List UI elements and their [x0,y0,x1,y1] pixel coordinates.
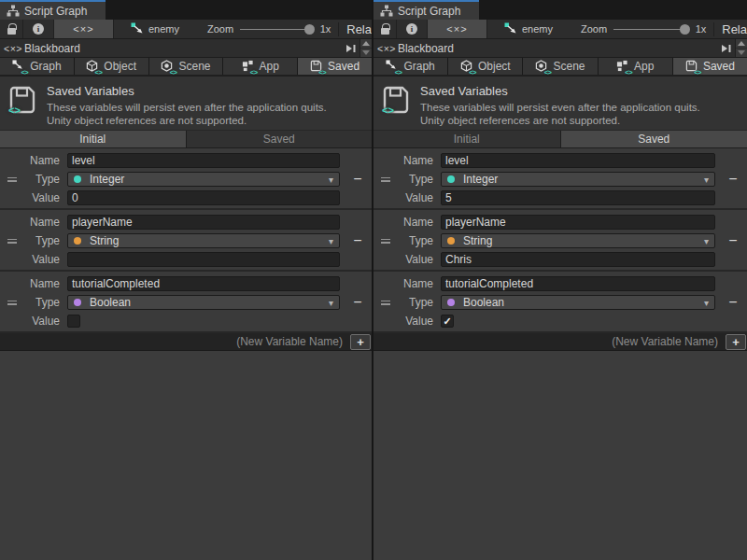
variable-name-input[interactable]: tutorialCompleted [441,276,715,291]
dock-panel-icon[interactable] [722,44,732,53]
variable-value-checkbox[interactable] [67,315,80,328]
graph-reference-button[interactable]: <×> [54,20,114,38]
variable-value-input[interactable]: Chris [441,252,715,267]
window-tab-title: Script Graph [24,5,87,18]
script-badge-icon: <> [21,69,28,77]
new-variable-name-input[interactable]: (New Variable Name) [0,333,350,350]
tab-saved[interactable]: <> Saved [673,58,747,75]
tab-graph[interactable]: <> Graph [374,58,447,75]
drag-handle[interactable] [381,301,390,305]
variable-block-tutorialcompleted: Name tutorialCompleted Type Boolean ▾ − [374,272,747,333]
scroll-down-button[interactable] [360,48,372,57]
name-label: Name [24,277,62,290]
script-badge-icon: <> [318,69,326,77]
info-button[interactable] [397,20,428,38]
variable-type-dropdown[interactable]: String ▾ [67,233,340,248]
remove-variable-button[interactable]: − [353,233,361,248]
graph-asset-icon [131,22,144,35]
drag-handle[interactable] [7,177,17,182]
type-value: Integer [90,173,329,186]
scroll-up-button[interactable] [736,39,747,48]
chevron-down-icon: ▾ [329,175,333,185]
blackboard-empty-area [0,351,372,560]
remove-variable-button[interactable]: − [353,295,361,310]
remove-variable-button[interactable]: − [728,233,737,248]
zoom-slider-handle[interactable] [680,24,690,35]
saved-tab-icon: <> [685,60,698,73]
zoom-slider[interactable] [240,29,312,30]
remove-variable-button[interactable]: − [728,295,737,310]
value-label: Value [398,315,435,328]
chevron-down-icon [362,50,370,55]
variable-list: Name level Type Integer ▾ − [374,148,747,333]
graph-asset-icon [504,22,517,35]
tab-initial[interactable]: Initial [0,131,186,147]
window-tab-bar: Script Graph [0,0,372,20]
variable-name-input[interactable]: level [441,153,715,168]
drag-handle[interactable] [381,239,390,244]
variable-name-input[interactable]: tutorialCompleted [67,276,340,291]
variable-name-input[interactable]: level [67,153,340,168]
variable-value-input[interactable]: 0 [67,190,340,205]
info-button[interactable] [23,20,54,38]
variable-scope-tabs: <> Graph <> Object [374,58,747,77]
drag-handle[interactable] [381,177,390,182]
relations-toggle[interactable]: Rela [713,22,747,36]
lock-button[interactable] [0,20,23,38]
add-variable-button[interactable]: + [350,334,371,350]
name-label: Name [398,216,435,229]
variable-type-dropdown[interactable]: Integer ▾ [67,172,340,187]
variable-value-input[interactable] [67,252,340,267]
tab-label: Saved [328,60,359,73]
add-variable-button[interactable]: + [726,334,746,350]
new-variable-name-input[interactable]: (New Variable Name) [374,333,726,350]
graph-breadcrumb[interactable]: enemy [504,22,553,35]
remove-variable-button[interactable]: − [353,172,361,187]
script-badge-icon: <> [382,105,394,116]
variable-value-checkbox[interactable]: ✓ [441,315,454,328]
zoom-label: Zoom [207,23,233,35]
tab-scene[interactable]: <> Scene [523,58,597,75]
dock-panel-icon[interactable] [346,44,357,53]
tab-saved-state[interactable]: Saved [561,131,747,147]
info-icon [406,23,417,35]
tab-graph[interactable]: <> Graph [0,58,74,75]
type-color-dot [447,237,455,245]
lock-button[interactable] [374,20,397,38]
tab-saved-state[interactable]: Saved [187,131,373,147]
zoom-slider-handle[interactable] [304,24,315,35]
tab-saved[interactable]: <> Saved [298,58,372,75]
relations-toggle[interactable]: Rela [338,22,372,36]
tab-app[interactable]: <> App [223,58,297,75]
drag-handle[interactable] [7,239,17,244]
scroll-up-button[interactable] [360,39,372,48]
variable-type-dropdown[interactable]: Boolean ▾ [67,295,340,310]
tab-object[interactable]: <> Object [448,58,522,75]
unity-editor-blackboard-split: Script Graph <×> [0,0,747,560]
variable-name-input[interactable]: playerName [67,215,340,230]
tab-app[interactable]: <> App [599,58,672,75]
variable-name-input[interactable]: playerName [441,215,715,230]
remove-variable-button[interactable]: − [728,172,737,187]
variable-type-dropdown[interactable]: Boolean ▾ [441,295,715,310]
graph-breadcrumb[interactable]: enemy [131,22,179,35]
type-label: Type [398,234,435,247]
tab-object[interactable]: <> Object [75,58,148,75]
variable-value-input[interactable]: 5 [441,190,715,205]
variable-type-dropdown[interactable]: Integer ▾ [441,172,715,187]
value-label: Value [24,315,62,328]
blackboard-panel: Script Graph <×> [374,0,747,560]
scroll-down-button[interactable] [736,48,747,57]
zoom-slider[interactable] [613,29,687,30]
tab-initial[interactable]: Initial [374,131,560,147]
chevron-down-icon: ▾ [329,236,333,246]
tab-script-graph[interactable]: Script Graph [374,0,479,20]
variable-type-dropdown[interactable]: String ▾ [441,233,715,248]
tab-scene[interactable]: <> Scene [149,58,223,75]
tab-script-graph[interactable]: Script Graph [0,0,106,20]
info-texts: Saved Variables These variables will per… [47,84,364,124]
chevron-down-icon: ▾ [704,236,709,246]
chevron-up-icon [738,41,745,46]
graph-reference-button[interactable]: <×> [428,20,487,38]
drag-handle[interactable] [7,301,17,305]
